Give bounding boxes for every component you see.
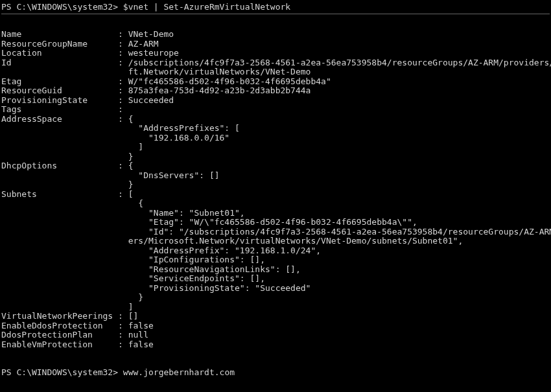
output-line: { xyxy=(1,198,143,208)
terminal-window[interactable]: PS C:\WINDOWS\system32> $vnet | Set-Azur… xyxy=(0,0,551,392)
output-line: "Id": "/subscriptions/4fc9f7a3-2568-4561… xyxy=(1,227,551,236)
output-line: VirtualNetworkPeerings : [] xyxy=(1,311,138,321)
prompt-line-2: PS C:\WINDOWS\system32> www.jorgebernhar… xyxy=(1,368,550,378)
output-line: } xyxy=(1,152,134,161)
output-line: "Name": "Subnet01", xyxy=(1,208,245,218)
output-line: Tags : xyxy=(1,104,123,114)
output-line: ResourceGroupName : AZ-ARM xyxy=(1,39,159,49)
separator xyxy=(1,14,550,14)
command-input: www.jorgebernhardt.com xyxy=(123,367,235,377)
output-line: "ServiceEndpoints": [], xyxy=(1,273,265,283)
output-line: Location : westeurope xyxy=(1,48,179,58)
output-line: Id : /subscriptions/4fc9f7a3-2568-4561-a… xyxy=(1,58,551,67)
output-line: "Etag": "W/\"fc465586-d502-4f96-b032-4f6… xyxy=(1,217,417,227)
output-line: "IpConfigurations": [], xyxy=(1,255,265,264)
prompt-path: PS C:\WINDOWS\system32> xyxy=(1,2,123,12)
output-line: DhcpOptions : { xyxy=(1,161,134,170)
output-line: Subnets : [ xyxy=(1,189,134,199)
output-line: DdosProtectionPlan : null xyxy=(1,330,148,340)
output-line: Name : VNet-Demo xyxy=(1,29,174,39)
output-line: AddressSpace : { xyxy=(1,114,134,124)
output-line: "AddressPrefixes": [ xyxy=(1,123,240,133)
output-line: ProvisioningState : Succeeded xyxy=(1,95,174,105)
output-line: "AddressPrefix": "192.168.1.0/24", xyxy=(1,246,321,255)
output-line: } xyxy=(1,179,134,189)
prompt-path: PS C:\WINDOWS\system32> xyxy=(1,367,123,377)
prompt-line-1: PS C:\WINDOWS\system32> $vnet | Set-Azur… xyxy=(1,3,550,12)
output-line: "ProvisioningState": "Succeeded" xyxy=(1,283,311,293)
output-line: ResourceGuid : 875a3fea-753d-4d92-a23b-2… xyxy=(1,86,311,95)
output-line: "DnsServers": [] xyxy=(1,170,220,180)
output-line: Etag : W/"fc465586-d502-4f96-b032-4f6695… xyxy=(1,76,331,86)
output-line: ft.Network/virtualNetworks/VNet-Demo xyxy=(1,67,311,76)
output-line: ] xyxy=(1,302,134,312)
output-line: EnableDdosProtection : false xyxy=(1,321,154,330)
output-line: EnableVmProtection : false xyxy=(1,340,154,349)
output-line: "192.168.0.0/16" xyxy=(1,133,229,143)
command-input: $vnet | Set-AzureRmVirtualNetwork xyxy=(123,2,290,12)
output-line: } xyxy=(1,292,143,302)
output-line: ers/Microsoft.Network/virtualNetworks/VN… xyxy=(1,236,463,246)
output-line: "ResourceNavigationLinks": [], xyxy=(1,264,301,274)
output-line: ] xyxy=(1,142,143,152)
